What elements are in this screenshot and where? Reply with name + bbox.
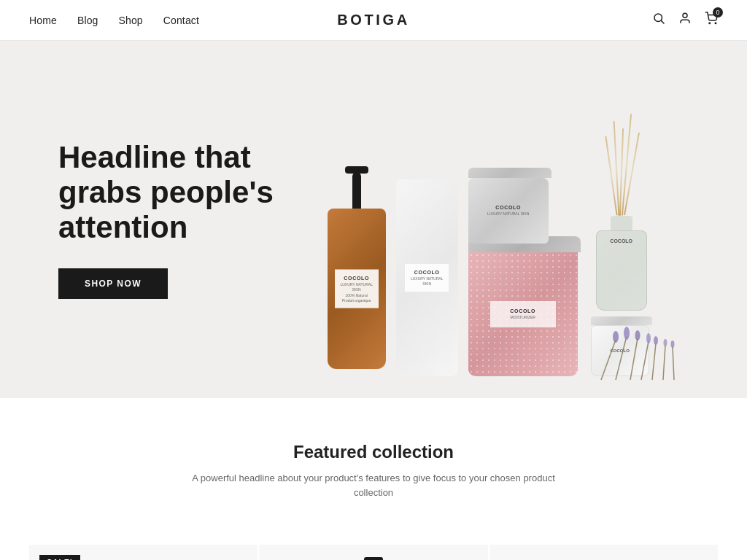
svg-line-5	[601, 340, 616, 380]
svg-line-6	[616, 336, 627, 380]
product-grid: SALE!	[0, 545, 747, 560]
small-jar-lid	[468, 168, 551, 178]
product-card-1[interactable]: SALE!	[29, 545, 258, 560]
jars-group: COCOLO LUXURY NATURAL SKIN COCOLO MOISTU…	[468, 168, 581, 376]
svg-point-12	[613, 331, 619, 343]
large-jar: COCOLO MOISTURIZER	[468, 252, 578, 376]
svg-point-18	[671, 341, 675, 348]
svg-line-8	[641, 341, 649, 380]
svg-point-13	[624, 327, 630, 340]
nav-contact[interactable]: Contact	[163, 15, 199, 26]
nav-shop[interactable]: Shop	[119, 15, 143, 26]
svg-point-3	[709, 23, 711, 24]
svg-line-10	[663, 346, 665, 380]
svg-line-1	[661, 20, 664, 23]
lavender-decoration	[587, 325, 732, 384]
brand-logo[interactable]: BOTIGA	[337, 12, 409, 28]
nav-actions: 0	[652, 12, 718, 28]
white-bottle-label: COCOLO LUXURY NATURAL SKIN	[405, 264, 449, 292]
diffuser-bottle: COCOLO	[596, 230, 647, 311]
featured-title: Featured collection	[29, 442, 718, 462]
cart-count: 0	[713, 7, 723, 18]
svg-point-16	[654, 336, 658, 345]
product-card-2[interactable]	[259, 545, 487, 560]
svg-line-9	[652, 343, 656, 380]
small-jar: COCOLO LUXURY NATURAL SKIN	[468, 178, 549, 244]
svg-point-17	[664, 339, 667, 346]
svg-point-0	[654, 14, 662, 22]
svg-point-14	[635, 330, 640, 341]
pump-head	[352, 172, 361, 209]
white-bottle: COCOLO LUXURY NATURAL SKIN	[396, 179, 458, 376]
small-white-lid	[591, 316, 652, 325]
hero-section: Headline that grabs people's attention S…	[0, 41, 747, 398]
svg-line-11	[673, 347, 674, 380]
search-icon[interactable]	[652, 12, 665, 28]
white-bottle-body: COCOLO LUXURY NATURAL SKIN	[396, 179, 458, 376]
featured-description: A powerful headline about your product's…	[184, 471, 563, 499]
small-jar-wrap: COCOLO LUXURY NATURAL SKIN	[468, 168, 551, 244]
shop-now-button[interactable]: SHOP NOW	[58, 268, 168, 299]
svg-point-4	[715, 23, 716, 24]
hero-title: Headline that grabs people's attention	[58, 140, 292, 246]
nav-blog[interactable]: Blog	[77, 15, 98, 26]
svg-line-7	[630, 338, 638, 380]
user-icon[interactable]	[678, 12, 692, 28]
product-card-3[interactable]	[489, 545, 718, 560]
hero-content: Headline that grabs people's attention S…	[0, 140, 350, 300]
svg-point-15	[646, 333, 651, 343]
large-jar-label: COCOLO MOISTURIZER	[490, 301, 556, 327]
diffuser-neck	[611, 216, 632, 230]
reeds	[611, 128, 632, 216]
cart-icon[interactable]: 0	[705, 12, 718, 28]
navbar: Home Blog Shop Contact BOTIGA 0	[0, 0, 747, 41]
nav-home[interactable]: Home	[29, 15, 57, 26]
featured-section: Featured collection A powerful headline …	[0, 398, 747, 545]
large-jar-wrap: COCOLO MOISTURIZER	[468, 236, 581, 376]
svg-point-2	[683, 13, 687, 18]
nav-links: Home Blog Shop Contact	[29, 15, 199, 26]
sale-badge: SALE!	[39, 555, 80, 560]
